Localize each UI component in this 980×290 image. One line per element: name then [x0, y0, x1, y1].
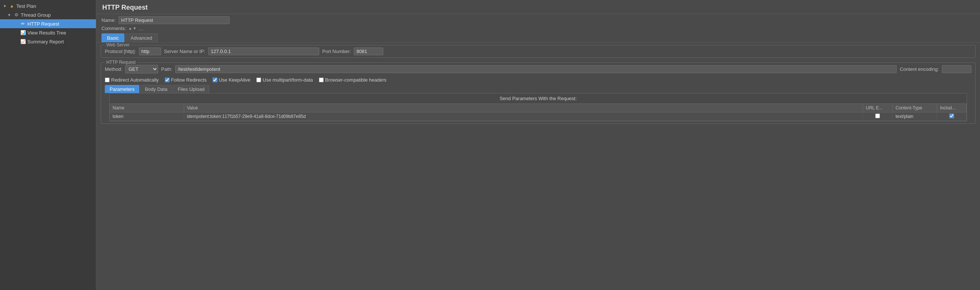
server-label: Server Name or IP:	[164, 48, 205, 54]
tab-advanced[interactable]: Advanced	[125, 34, 158, 42]
method-path-row: Method: GET POST PUT DELETE PATCH HEAD O…	[105, 65, 972, 74]
path-input[interactable]	[175, 65, 897, 73]
http-request-legend: HTTP Request	[105, 60, 137, 65]
port-label: Port Number:	[322, 48, 351, 54]
browser-compat-label: Browser-compatible headers	[325, 77, 386, 83]
method-select[interactable]: GET POST PUT DELETE PATCH HEAD OPTIONS	[125, 65, 158, 74]
browser-compat-input[interactable]	[319, 77, 324, 82]
include-checkbox[interactable]	[949, 114, 954, 118]
sidebar-item-label: View Results Tree	[27, 30, 66, 35]
params-header: Send Parameters With the Request:	[110, 93, 967, 104]
param-content-type: text/plain	[892, 112, 937, 121]
web-server-legend: Web Server	[105, 42, 131, 48]
up-arrow-icon: ▲	[128, 26, 132, 30]
col-url-encode: URL E...	[863, 104, 892, 112]
sidebar-item-thread-group[interactable]: ▼ ⚙ Thread Group	[0, 10, 96, 19]
down-arrow-icon: ▼	[133, 26, 136, 30]
param-url-encode	[863, 112, 892, 121]
table-row: token idempotent:token:117f1b57-29e9-41a…	[110, 112, 967, 121]
http-request-section: HTTP Request Method: GET POST PUT DELETE…	[101, 62, 975, 124]
multipart-input[interactable]	[256, 77, 261, 82]
param-name: token	[110, 112, 184, 121]
method-label: Method:	[105, 66, 122, 72]
sidebar-item-label: Test Plan	[16, 3, 36, 9]
sidebar-item-label: Summary Report	[27, 39, 64, 45]
follow-redirects-label: Follow Redirects	[171, 77, 207, 83]
url-encode-checkbox[interactable]	[875, 114, 880, 118]
use-keepalive-checkbox[interactable]: Use KeepAlive	[213, 77, 250, 83]
col-name: Name	[110, 104, 184, 112]
follow-redirects-checkbox[interactable]: Follow Redirects	[165, 77, 207, 83]
params-section: Send Parameters With the Request: Name V…	[109, 93, 967, 121]
arrow-icon: ▼	[3, 4, 7, 8]
encoding-label: Content encoding:	[900, 66, 939, 72]
use-keepalive-input[interactable]	[213, 77, 217, 82]
thread-group-icon: ⚙	[13, 12, 19, 18]
params-table: Name Value URL E... Content-Type Includ.…	[110, 104, 967, 121]
protocol-input[interactable]	[139, 48, 161, 55]
follow-redirects-input[interactable]	[165, 77, 170, 82]
param-include	[937, 112, 967, 121]
sidebar-item-label: HTTP Request	[27, 21, 59, 27]
redirect-auto-input[interactable]	[105, 77, 110, 82]
comments-label: Comments:	[102, 26, 126, 31]
main-panel: HTTP Request Name: Comments: ▲ ▼ ,,,, Ba…	[96, 0, 980, 290]
name-row: Name:	[96, 14, 980, 25]
sub-tab-parameters[interactable]: Parameters	[105, 85, 139, 93]
sidebar-item-view-results-tree[interactable]: 📊 View Results Tree	[0, 28, 96, 37]
col-include: Includ...	[937, 104, 967, 112]
param-value: idempotent:token:117f1b57-29e9-41a8-8dce…	[184, 112, 863, 121]
sub-tab-files-upload[interactable]: Files Upload	[173, 85, 209, 93]
web-server-row: Protocol [http]: Server Name or IP: Port…	[105, 48, 972, 55]
port-input[interactable]	[354, 48, 383, 55]
browser-compat-checkbox[interactable]: Browser-compatible headers	[319, 77, 386, 83]
protocol-label: Protocol [http]:	[105, 48, 136, 54]
main-tab-bar: Basic Advanced	[96, 32, 980, 43]
sidebar: ▼ ▲ Test Plan ▼ ⚙ Thread Group ✏ HTTP Re…	[0, 0, 96, 290]
multipart-checkbox[interactable]: Use multipart/form-data	[256, 77, 313, 83]
checkboxes-row: Redirect Automatically Follow Redirects …	[105, 76, 972, 84]
view-results-icon: 📊	[20, 30, 26, 35]
name-label: Name:	[102, 18, 116, 23]
name-input[interactable]	[119, 16, 230, 24]
encoding-input[interactable]	[942, 65, 972, 73]
sidebar-item-test-plan[interactable]: ▼ ▲ Test Plan	[0, 2, 96, 10]
server-input[interactable]	[208, 48, 319, 55]
arrow-icon: ▼	[7, 13, 12, 17]
col-value: Value	[184, 104, 863, 112]
http-request-icon: ✏	[20, 21, 26, 27]
sidebar-item-http-request[interactable]: ✏ HTTP Request	[0, 19, 96, 28]
web-server-section: Web Server Protocol [http]: Server Name …	[101, 45, 975, 58]
use-keepalive-label: Use KeepAlive	[219, 77, 250, 83]
sidebar-item-summary-report[interactable]: 📈 Summary Report	[0, 37, 96, 46]
comments-row: Comments: ▲ ▼ ,,,,	[96, 25, 980, 32]
multipart-label: Use multipart/form-data	[262, 77, 313, 83]
scroll-indicator: ,,,,	[138, 26, 143, 31]
panel-title: HTTP Request	[96, 0, 980, 14]
test-plan-icon: ▲	[9, 3, 15, 9]
scroll-arrows: ▲ ▼	[128, 26, 136, 30]
sub-tab-bar: Parameters Body Data Files Upload	[105, 84, 972, 93]
redirect-auto-label: Redirect Automatically	[111, 77, 159, 83]
tab-basic[interactable]: Basic	[102, 34, 124, 42]
col-content-type: Content-Type	[892, 104, 937, 112]
path-label: Path:	[161, 66, 172, 72]
summary-report-icon: 📈	[20, 38, 26, 45]
redirect-auto-checkbox[interactable]: Redirect Automatically	[105, 77, 159, 83]
sub-tab-body-data[interactable]: Body Data	[140, 85, 172, 93]
sidebar-item-label: Thread Group	[21, 12, 51, 18]
